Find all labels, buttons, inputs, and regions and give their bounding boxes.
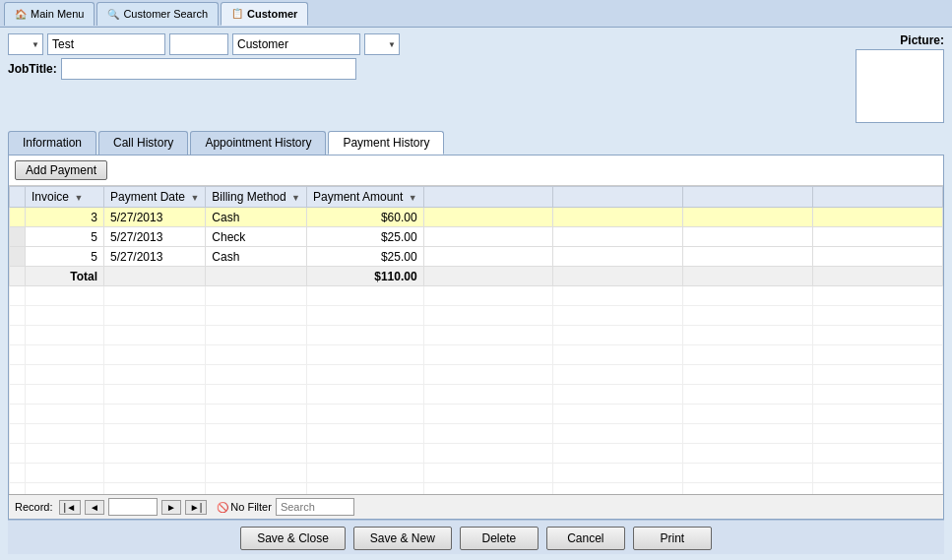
empty-cell [206, 365, 307, 385]
col-header-billing[interactable]: Billing Method ▼ [206, 187, 307, 208]
empty-cell [26, 326, 104, 345]
empty-cell [553, 444, 683, 464]
row-marker [10, 208, 26, 227]
first-name-input[interactable] [47, 33, 165, 55]
amount-sort-icon: ▼ [409, 193, 417, 203]
save-new-button[interactable]: Save & New [353, 527, 452, 550]
middle-name-input[interactable] [169, 33, 228, 55]
empty-cell [683, 326, 813, 345]
cell-date: 5/27/2013 [104, 208, 206, 227]
empty-cell [813, 326, 943, 345]
col-header-invoice[interactable]: Invoice ▼ [26, 187, 104, 208]
add-payment-button[interactable]: Add Payment [15, 160, 107, 180]
empty-cell [423, 483, 553, 495]
empty-cell [206, 483, 307, 495]
cell-empty [553, 227, 683, 247]
header-left: ▼ ▼ JobTitle: [8, 33, 822, 80]
cell-billing-method: Cash [206, 247, 307, 267]
tab-information[interactable]: Information [8, 131, 96, 155]
nav-search-input[interactable] [276, 498, 354, 516]
row-marker [10, 227, 26, 247]
table-row[interactable]: 55/27/2013Cash$25.00 [10, 247, 943, 267]
table-toolbar: Add Payment [9, 156, 943, 186]
empty-cell [553, 286, 683, 306]
empty-cell [10, 385, 26, 404]
total-row: Total$110.00 [10, 267, 943, 286]
nav-last-button[interactable]: ►| [185, 500, 208, 515]
empty-cell [553, 306, 683, 326]
empty-cell [26, 306, 104, 326]
col-header-date[interactable]: Payment Date ▼ [104, 187, 206, 208]
empty-cell [553, 483, 683, 495]
empty-row [10, 404, 943, 424]
print-button[interactable]: Print [633, 527, 712, 550]
empty-cell [306, 345, 423, 365]
cell-empty [683, 208, 813, 227]
empty-cell [423, 404, 553, 424]
cell-amount: $25.00 [306, 247, 423, 267]
prefix-arrow-icon: ▼ [32, 40, 39, 49]
cancel-button[interactable]: Cancel [546, 527, 625, 550]
tab-customer[interactable]: 📋 Customer [221, 2, 308, 26]
empty-cell [306, 326, 423, 345]
empty-cell [26, 424, 104, 444]
filter-icon: 🚫 [217, 502, 228, 513]
nav-page-input[interactable] [108, 498, 158, 516]
empty-cell [683, 464, 813, 483]
tab-customer-search[interactable]: 🔍 Customer Search [96, 2, 219, 26]
suffix-dropdown[interactable]: ▼ [364, 33, 400, 55]
empty-cell [104, 464, 206, 483]
cell-amount: $60.00 [306, 208, 423, 227]
nav-next-button[interactable]: ► [161, 500, 181, 515]
empty-cell [553, 365, 683, 385]
empty-cell [423, 365, 553, 385]
scrollable-table[interactable]: Invoice ▼ Payment Date ▼ Billing Method … [9, 186, 943, 494]
nav-prev-button[interactable]: ◄ [85, 500, 104, 515]
last-name-input[interactable] [232, 33, 360, 55]
name-row: ▼ ▼ [8, 33, 822, 55]
cell-empty [553, 208, 683, 227]
empty-cell [306, 385, 423, 404]
empty-cell [306, 424, 423, 444]
cell-empty [813, 208, 943, 227]
empty-cell [26, 286, 104, 306]
empty-cell [26, 404, 104, 424]
empty-cell [683, 404, 813, 424]
nav-first-button[interactable]: |◄ [59, 500, 82, 515]
prefix-dropdown[interactable]: ▼ [8, 33, 43, 55]
cell-empty [423, 227, 553, 247]
tab-main-menu[interactable]: 🏠 Main Menu [4, 2, 95, 26]
job-title-input[interactable] [61, 58, 356, 80]
empty-cell [104, 404, 206, 424]
cell-billing-method: Check [206, 227, 307, 247]
col-header-amount[interactable]: Payment Amount ▼ [306, 187, 423, 208]
empty-cell [26, 444, 104, 464]
empty-cell [10, 345, 26, 365]
empty-cell [423, 286, 553, 306]
delete-button[interactable]: Delete [460, 527, 539, 550]
tab-call-history[interactable]: Call History [98, 131, 188, 155]
job-title-label: JobTitle: [8, 62, 57, 76]
cell-billing-method: Cash [206, 208, 307, 227]
empty-cell [10, 306, 26, 326]
cell-empty [423, 247, 553, 267]
empty-cell [683, 483, 813, 495]
customer-search-icon: 🔍 [107, 9, 119, 20]
picture-label: Picture: [900, 33, 944, 47]
empty-cell [423, 424, 553, 444]
empty-cell [10, 483, 26, 495]
save-close-button[interactable]: Save & Close [240, 527, 346, 550]
tab-appointment-history[interactable]: Appointment History [190, 131, 326, 155]
empty-cell [813, 483, 943, 495]
table-row[interactable]: 35/27/2013Cash$60.00 [10, 208, 943, 227]
cell-amount: $25.00 [306, 227, 423, 247]
tab-payment-history[interactable]: Payment History [328, 131, 444, 155]
empty-row [10, 444, 943, 464]
empty-cell [10, 464, 26, 483]
empty-row [10, 464, 943, 483]
empty-cell [104, 385, 206, 404]
cell-empty [683, 227, 813, 247]
empty-cell [306, 306, 423, 326]
no-filter-label: No Filter [230, 501, 272, 513]
table-row[interactable]: 55/27/2013Check$25.00 [10, 227, 943, 247]
